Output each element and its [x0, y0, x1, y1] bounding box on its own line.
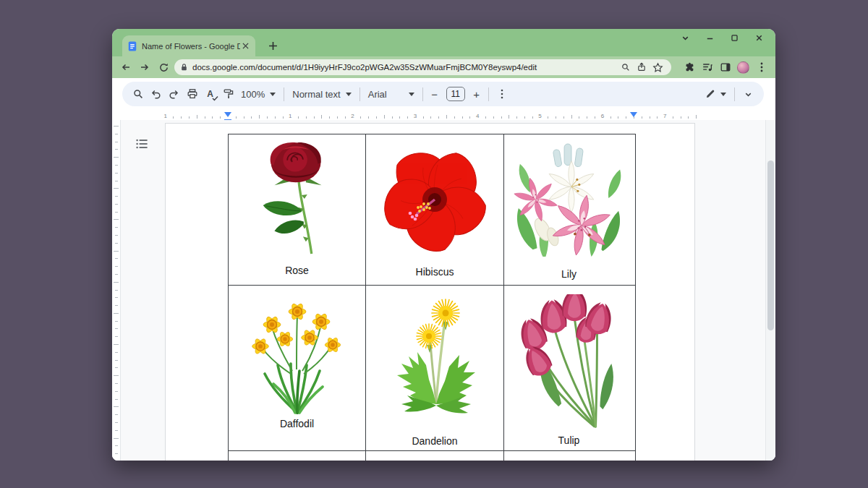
- share-icon[interactable]: [634, 61, 650, 74]
- table-cell-daffodil[interactable]: Daffodil: [229, 286, 366, 450]
- profile-avatar[interactable]: [734, 59, 752, 76]
- dropdown-caret-icon: [270, 93, 276, 96]
- table-cell-empty[interactable]: [366, 451, 504, 461]
- window-chevron-down-icon[interactable]: [673, 30, 697, 45]
- window-controls: [673, 30, 771, 45]
- dropdown-caret-icon: [346, 93, 352, 96]
- right-indent-marker[interactable]: [630, 112, 637, 117]
- browser-menu-kebab-icon[interactable]: [752, 59, 770, 76]
- lily-illustration: [511, 142, 627, 265]
- rose-illustration: [247, 140, 347, 260]
- paint-format-icon[interactable]: [219, 85, 237, 103]
- back-icon[interactable]: [116, 59, 135, 76]
- flower-label: Hibiscus: [366, 266, 503, 278]
- docs-search-icon[interactable]: [129, 85, 147, 103]
- print-icon[interactable]: [183, 85, 201, 103]
- document-canvas: Rose: [112, 120, 775, 461]
- table-cell-empty[interactable]: [504, 451, 634, 461]
- table-cell-empty[interactable]: [229, 451, 366, 461]
- toolbar-separator: [359, 87, 360, 101]
- toolbar-separator: [734, 87, 735, 101]
- tab-close-icon[interactable]: [240, 41, 250, 51]
- zoom-page-icon[interactable]: [618, 61, 634, 74]
- undo-icon[interactable]: [147, 85, 165, 103]
- bookmark-star-icon[interactable]: [650, 61, 665, 74]
- extensions-puzzle-icon[interactable]: [680, 59, 698, 76]
- new-tab-button[interactable]: [265, 38, 280, 53]
- flowers-table: Rose: [228, 134, 636, 461]
- vertical-ruler: [112, 120, 121, 461]
- document-page[interactable]: Rose: [165, 123, 695, 461]
- avatar-image: [737, 61, 749, 74]
- window-close-icon[interactable]: [746, 30, 771, 45]
- paragraph-style-select[interactable]: Normal text: [289, 85, 354, 103]
- redo-icon[interactable]: [165, 85, 183, 103]
- browser-navbar: docs.google.com/document/d/1H9iyyHrFJ9co…: [112, 56, 775, 78]
- left-indent-marker[interactable]: [224, 112, 231, 117]
- flower-label: Rose: [229, 265, 365, 276]
- table-row: [229, 451, 635, 461]
- table-row: Rose: [229, 134, 635, 286]
- dropdown-caret-icon: [409, 93, 414, 96]
- font-size-increase-button[interactable]: +: [469, 88, 484, 100]
- window-minimize-icon[interactable]: [697, 30, 722, 45]
- flower-label: Daffodil: [229, 418, 365, 429]
- side-panel-icon[interactable]: [716, 59, 734, 76]
- flower-label: Dandelion: [366, 435, 503, 447]
- editing-mode-select[interactable]: [702, 85, 730, 103]
- dandelion-illustration: [373, 297, 497, 431]
- table-row: Daffodil: [229, 286, 635, 451]
- toolbar-separator: [284, 87, 284, 101]
- document-outline-button[interactable]: [132, 134, 151, 153]
- toolbar-separator: [422, 87, 423, 101]
- browser-titlebar: Name of Flowers - Google Docs: [112, 29, 775, 56]
- docs-toolbar: A 100% Normal text Aria: [122, 82, 764, 106]
- google-docs-favicon: [127, 41, 137, 51]
- table-cell-hibiscus[interactable]: Hibiscus: [366, 134, 504, 285]
- vertical-scrollbar[interactable]: [765, 120, 775, 461]
- table-cell-tulip[interactable]: Tulip: [504, 286, 634, 450]
- lock-icon: [180, 63, 188, 72]
- desktop-background: Name of Flowers - Google Docs: [0, 0, 868, 488]
- horizontal-ruler: 11234567: [112, 110, 775, 120]
- table-cell-dandelion[interactable]: Dandelion: [366, 286, 504, 450]
- flower-label: Lily: [504, 268, 634, 280]
- browser-window: Name of Flowers - Google Docs: [112, 29, 775, 461]
- dropdown-caret-icon: [720, 93, 726, 96]
- plus-icon: [268, 41, 278, 51]
- pencil-icon: [705, 89, 715, 99]
- table-cell-lily[interactable]: Lily: [504, 134, 634, 285]
- table-cell-rose[interactable]: Rose: [229, 134, 366, 285]
- media-controls-icon[interactable]: [698, 59, 716, 76]
- tab-title: Name of Flowers - Google Docs: [142, 42, 240, 51]
- zoom-select[interactable]: 100%: [237, 85, 279, 103]
- tulip-illustration: [511, 294, 627, 430]
- browser-action-icons: [680, 59, 770, 76]
- scrollbar-thumb[interactable]: [767, 160, 774, 330]
- address-bar[interactable]: docs.google.com/document/d/1H9iyyHrFJ9co…: [174, 59, 671, 75]
- forward-icon[interactable]: [135, 59, 154, 76]
- font-size-decrease-button[interactable]: −: [427, 88, 442, 100]
- toolbar-separator: [488, 87, 489, 101]
- hibiscus-illustration: [369, 139, 501, 262]
- browser-tab[interactable]: Name of Flowers - Google Docs: [122, 35, 255, 56]
- docs-header: A 100% Normal text Aria: [112, 78, 775, 110]
- hide-menus-chevron-icon[interactable]: [739, 85, 757, 103]
- font-select[interactable]: Arial: [365, 85, 418, 103]
- daffodil-illustration: [244, 299, 350, 414]
- flower-label: Tulip: [504, 435, 634, 446]
- reload-icon[interactable]: [154, 59, 173, 76]
- window-maximize-icon[interactable]: [722, 30, 746, 45]
- outline-list-icon: [136, 139, 148, 149]
- spellcheck-icon[interactable]: A: [201, 85, 219, 103]
- toolbar-more-kebab-icon[interactable]: [493, 85, 511, 103]
- url-text: docs.google.com/document/d/1H9iyyHrFJ9co…: [192, 63, 618, 72]
- font-size-input[interactable]: 11: [446, 87, 465, 101]
